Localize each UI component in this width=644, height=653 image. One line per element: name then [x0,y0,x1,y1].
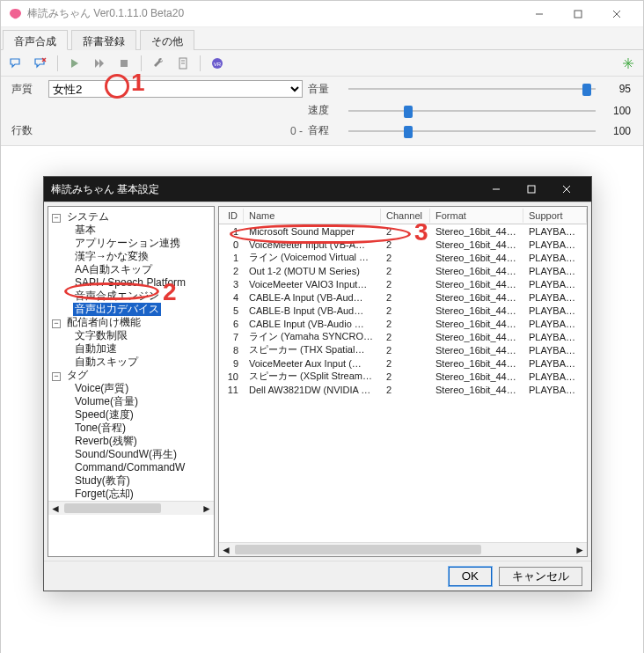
main-titlebar: 棒読みちゃん Ver0.1.11.0 Beta20 [1,1,643,27]
table-row[interactable]: 8スピーカー (THX Spatial…2Stereo_16bit_44KHzP… [219,343,587,356]
col-format[interactable]: Format [430,209,523,223]
dialog-titlebar: 棒読みちゃん 基本設定 [44,177,591,202]
tree-node-study[interactable]: Study(教育) [73,474,132,488]
tree-scrollbar[interactable]: ◄ ► [48,501,214,515]
table-row[interactable]: 5CABLE-B Input (VB-Aud…2Stereo_16bit_44K… [219,304,587,317]
cell-format: Stereo_16bit_44KHz [430,226,523,237]
tree-node-forget[interactable]: Forget(忘却) [73,488,135,501]
cell-format: Stereo_16bit_44KHz [430,319,523,329]
main-close-button[interactable] [597,2,636,26]
col-id[interactable]: ID [219,209,244,223]
cell-name: CABLE-B Input (VB-Aud… [244,305,381,316]
tree-node-voice[interactable]: Voice(声質) [73,382,130,395]
speech-bubble-icon[interactable] [6,54,26,73]
tree-node-synth-engine[interactable]: 音声合成エンジン [73,290,161,303]
col-support[interactable]: Support [523,209,587,223]
toolbar: VR [1,50,643,77]
tree-node-output-device[interactable]: 音声出力デバイス [73,303,161,316]
cancel-button[interactable]: キャンセル [499,567,582,586]
tree-node-kanji-kana[interactable]: 漢字→かな変換 [73,250,150,263]
tree-node-reverb[interactable]: Reverb(残響) [73,435,139,448]
table-row[interactable]: 1ライン (Voicemod Virtual …2Stereo_16bit_44… [219,251,587,264]
col-channel[interactable]: Channel [381,209,430,223]
tree-node-sound[interactable]: Sound/SoundW(再生) [73,448,179,461]
speed-slider[interactable] [345,104,599,118]
table-row[interactable]: 9VoiceMeeter Aux Input (…2Stereo_16bit_4… [219,356,587,370]
pitch-slider[interactable] [345,124,599,138]
table-row[interactable]: -1Microsoft Sound Mapper2Stereo_16bit_44… [219,224,587,238]
tree-expander-icon[interactable]: − [52,372,61,381]
tree-node-tags[interactable]: タグ [65,369,90,382]
dialog-minimize-button[interactable] [479,177,514,202]
volume-slider[interactable] [345,82,599,96]
cell-id: 9 [219,358,244,369]
lines-label: 行数 [11,123,43,138]
svg-marker-6 [71,59,78,68]
col-name[interactable]: Name [244,209,381,223]
cross-arrows-icon[interactable] [618,54,638,73]
dialog-close-button[interactable] [549,177,584,202]
speech-bubble-x-icon[interactable] [31,54,50,73]
table-row[interactable]: 4CABLE-A Input (VB-Aud…2Stereo_16bit_44K… [219,290,587,304]
cell-format: Stereo_16bit_44KHz [430,371,523,382]
quality-label: 声質 [11,82,43,97]
table-row[interactable]: 7ライン (Yamaha SYNCROO…2Stereo_16bit_44KHz… [219,330,587,343]
tree-expander-icon[interactable]: − [52,214,61,223]
main-minimize-button[interactable] [520,2,559,26]
cell-name: Out 1-2 (MOTU M Series) [244,266,381,276]
cell-support: PLAYBACKRATE [523,319,587,329]
cell-id: 2 [219,266,244,276]
tab-other[interactable]: その他 [140,30,194,50]
tree-node-broadcaster[interactable]: 配信者向け機能 [65,316,143,329]
forward-icon[interactable] [90,54,109,73]
tab-dictionary[interactable]: 辞書登録 [71,30,136,50]
settings-tree[interactable]: − システム 基本 アプリケーション連携 漢字→かな変換 AA自動スキップ SA… [48,206,215,557]
cell-name: VoiceMeeter Aux Input (… [244,358,381,369]
cell-id: 0 [219,239,244,250]
cell-channel: 2 [381,279,430,290]
tree-node-speed[interactable]: Speed(速度) [73,408,135,422]
cell-format: Stereo_16bit_44KHz [430,345,523,356]
tree-node-aa-autoskip[interactable]: AA自動スキップ [73,263,154,276]
voice-quality-select[interactable]: 女性2 [48,80,303,98]
cell-format: Stereo_16bit_44KHz [430,239,523,250]
tree-expander-icon[interactable]: − [52,319,61,328]
page-icon[interactable] [173,54,193,73]
cell-name: スピーカー (THX Spatial… [244,343,381,356]
vr-icon[interactable]: VR [208,54,227,73]
tree-node-system[interactable]: システム [65,210,111,224]
tree-node-basic[interactable]: 基本 [73,224,98,237]
app-icon [8,7,22,21]
cell-id: 1 [219,253,244,263]
tree-node-sapi[interactable]: SAPI / Speech Platform [73,276,187,290]
tree-node-command[interactable]: Command/CommandW [73,461,187,474]
list-scrollbar[interactable]: ◄ ► [219,542,587,556]
dialog-maximize-button[interactable] [514,177,549,202]
table-row[interactable]: 10スピーカー (XSplit Stream…2Stereo_16bit_44K… [219,370,587,383]
svg-rect-16 [528,186,535,193]
tree-node-auto-accel[interactable]: 自動加速 [73,342,119,356]
speed-value: 100 [604,105,633,117]
tab-voice-synth[interactable]: 音声合成 [3,30,68,50]
cell-name: CABLE Input (VB-Audio … [244,319,381,329]
stop-icon[interactable] [114,54,134,73]
play-icon[interactable] [65,54,84,73]
table-row[interactable]: 3VoiceMeeter VAIO3 Input…2Stereo_16bit_4… [219,277,587,290]
cell-channel: 2 [381,332,430,342]
table-row[interactable]: 0VoiceMeeter Input (VB-A…2Stereo_16bit_4… [219,238,587,251]
device-list[interactable]: ID Name Channel Format Support -1Microso… [218,206,588,557]
table-row[interactable]: 11Dell AW3821DW (NVIDIA …2Stereo_16bit_4… [219,383,587,396]
wrench-icon[interactable] [149,54,168,73]
ok-button[interactable]: OK [449,567,492,586]
table-row[interactable]: 6CABLE Input (VB-Audio …2Stereo_16bit_44… [219,317,587,330]
tree-node-auto-skip[interactable]: 自動スキップ [73,356,140,369]
tree-node-app-link[interactable]: アプリケーション連携 [73,237,182,250]
tree-node-char-limit[interactable]: 文字数制限 [73,329,129,342]
cell-channel: 2 [381,358,430,369]
tree-node-volume[interactable]: Volume(音量) [73,395,140,408]
tree-node-tone[interactable]: Tone(音程) [73,422,128,435]
table-row[interactable]: 2Out 1-2 (MOTU M Series)2Stereo_16bit_44… [219,264,587,277]
cell-support: PLAYBACKRATE [523,358,587,369]
main-maximize-button[interactable] [559,2,597,26]
cell-id: 3 [219,279,244,290]
